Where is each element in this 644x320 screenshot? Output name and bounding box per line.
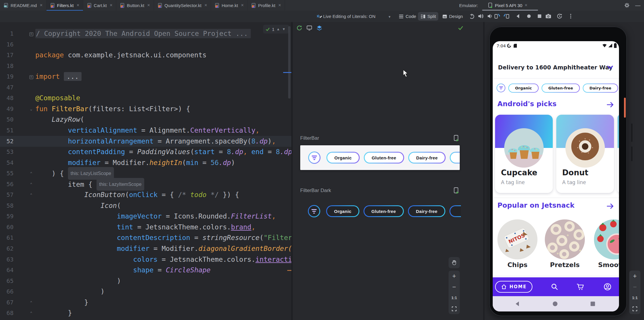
filter-chip-dairyfree[interactable]: Dairy-free xyxy=(408,152,446,164)
zoom-in-button[interactable]: + xyxy=(629,271,640,281)
smoothie-photo[interactable] xyxy=(594,219,619,259)
filter-chip-glutenfree[interactable]: Gluten-free xyxy=(364,152,404,164)
zoom-actual-button[interactable]: 1:1 xyxy=(449,292,460,303)
filterbar-preview-dark[interactable]: Organic Gluten-free Dairy-free xyxy=(300,204,461,219)
code-line-58[interactable]: 58 Icon( xyxy=(0,200,291,211)
chips-photo[interactable]: NITOS xyxy=(497,219,537,259)
snack-card-cupcake[interactable]: Cupcake A tag line xyxy=(495,115,553,193)
close-icon[interactable]: × xyxy=(525,3,527,8)
snapshot-restore-icon[interactable] xyxy=(556,13,563,19)
close-icon[interactable]: × xyxy=(40,3,42,8)
layers-icon[interactable] xyxy=(316,25,323,31)
zoom-in-button[interactable]: + xyxy=(449,271,460,281)
filter-chip-partial[interactable] xyxy=(450,152,460,164)
filter-list-icon[interactable] xyxy=(308,151,321,164)
profile-icon[interactable] xyxy=(603,283,612,291)
filter-chip-glutenfree[interactable]: Gluten-free xyxy=(542,84,580,93)
code-line-64[interactable]: 64 shape = CircleShape xyxy=(0,265,291,276)
filter-chip-dairyfree[interactable]: Dairy-free xyxy=(583,84,618,93)
back-icon[interactable] xyxy=(515,13,522,19)
fold-marker-icon[interactable]: ⌃ xyxy=(28,189,34,200)
close-icon[interactable]: × xyxy=(278,3,281,8)
editor-scrollbar[interactable] xyxy=(288,26,291,99)
pan-tool-button[interactable] xyxy=(449,257,460,268)
volume-down-icon[interactable] xyxy=(486,13,493,19)
run-preview-icon[interactable] xyxy=(453,135,459,142)
code-line-67[interactable]: 67⌃ } xyxy=(0,297,291,308)
filter-chip-partial[interactable] xyxy=(449,205,461,217)
code-line-50[interactable]: 50 LazyRow( xyxy=(0,114,291,125)
code-line-1[interactable]: 1+/ Copyright 2020 The Android Open Sour… xyxy=(0,28,291,39)
tab-filters[interactable]: Filters.kt × xyxy=(47,0,83,11)
tab-button[interactable]: Button.kt × xyxy=(116,0,154,11)
close-icon[interactable]: × xyxy=(147,3,150,8)
filter-chip-glutenfree[interactable]: Gluten-free xyxy=(364,205,404,217)
filter-chip-dairyfree[interactable]: Dairy-free xyxy=(408,205,445,217)
fold-marker-icon[interactable]: + xyxy=(28,28,34,39)
fold-marker-icon[interactable]: ⌃ xyxy=(28,308,34,319)
filter-list-icon[interactable] xyxy=(308,205,320,217)
device-screen[interactable]: 7:04 Delivery to 1600 Amphitheater Way O… xyxy=(493,41,619,311)
fold-marker-icon[interactable]: ⌄ xyxy=(28,104,34,114)
zoom-fit-button[interactable] xyxy=(449,303,460,314)
android-overview-button[interactable] xyxy=(590,301,596,307)
zoom-actual-button[interactable]: 1:1 xyxy=(629,292,640,303)
power-icon[interactable] xyxy=(469,13,475,19)
fold-marker-icon[interactable]: ⌃ xyxy=(28,179,34,190)
rotate-right-icon[interactable] xyxy=(503,13,510,19)
filter-chip-organic[interactable]: Organic xyxy=(326,205,359,217)
camera-icon[interactable] xyxy=(545,13,552,19)
code-line-49[interactable]: 49⌄fun FilterBar(filters: List<Filter>) … xyxy=(0,104,291,114)
app-filter-bar[interactable]: Organic Gluten-free Dairy-free xyxy=(497,82,619,94)
fold-marker-icon[interactable]: + xyxy=(28,71,34,82)
inspections-widget[interactable]: 1 ▲ ▼ xyxy=(263,25,289,34)
code-line-54[interactable]: 54 modifier = Modifier.heightIn(min = 56… xyxy=(0,157,291,168)
run-preview-icon[interactable] xyxy=(453,187,459,194)
tab-cart[interactable]: Cart.kt × xyxy=(83,0,117,11)
gear-icon[interactable] xyxy=(624,2,630,8)
code-line-48[interactable]: 48@Composable xyxy=(0,93,291,104)
close-icon[interactable]: × xyxy=(241,3,244,8)
code-line-65[interactable]: 65 ) xyxy=(0,276,291,286)
code-line-66[interactable]: 66 ) xyxy=(0,286,291,297)
close-icon[interactable]: × xyxy=(205,3,207,8)
mode-code-button[interactable]: Code xyxy=(396,12,419,21)
arrow-right-icon[interactable] xyxy=(606,101,614,109)
code-line-16[interactable]: 16 xyxy=(0,39,291,50)
code-line-53[interactable]: 53 contentPadding = PaddingValues(start … xyxy=(0,146,291,157)
chevron-down-icon[interactable] xyxy=(607,65,613,70)
mode-split-button[interactable]: Split xyxy=(418,12,438,21)
mode-design-button[interactable]: Design xyxy=(440,12,465,21)
fold-marker-icon[interactable]: ⌃ xyxy=(28,168,34,179)
ui-check-icon[interactable] xyxy=(306,25,313,31)
prev-issue-icon[interactable]: ▲ xyxy=(276,27,280,31)
tab-quantityselector[interactable]: QuantitySelector.kt × xyxy=(154,0,211,11)
search-icon[interactable] xyxy=(550,283,559,291)
minimize-icon[interactable]: — xyxy=(635,2,640,9)
filter-chip-organic[interactable]: Organic xyxy=(326,152,360,164)
emulator-device-tab[interactable]: Pixel 5 API 30 × xyxy=(486,0,529,11)
snack-card-donut[interactable]: Donut A tag line xyxy=(556,115,614,193)
snack-card-partial[interactable] xyxy=(618,115,619,193)
nav-home-button[interactable]: HOME xyxy=(495,281,532,293)
chevron-down-icon[interactable]: ▼ xyxy=(388,15,391,19)
code-line-19[interactable]: 19+import ... xyxy=(0,71,291,82)
filter-list-icon[interactable] xyxy=(497,84,505,92)
kebab-menu-icon[interactable] xyxy=(567,13,574,19)
code-line-56[interactable]: 56⌃ item { this: LazyItemScope xyxy=(0,179,291,190)
tab-readme[interactable]: MD README.md × xyxy=(0,0,47,11)
build-refresh-icon[interactable] xyxy=(296,25,303,31)
zoom-out-button[interactable]: − xyxy=(449,281,460,292)
close-icon[interactable]: × xyxy=(77,3,79,8)
code-line-68[interactable]: 68⌃ } xyxy=(0,308,291,319)
code-line-61[interactable]: 61 contentDescription = stringResource("… xyxy=(0,232,291,243)
home-icon[interactable] xyxy=(526,13,532,19)
tab-profile[interactable]: Profile.kt × xyxy=(248,0,285,11)
fold-marker-icon[interactable]: ⌃ xyxy=(28,297,34,308)
code-line-62[interactable]: 62 modifier = Modifier.diagonalGradientB… xyxy=(0,243,291,254)
close-icon[interactable]: × xyxy=(110,3,112,8)
next-issue-icon[interactable]: ▼ xyxy=(282,27,286,31)
code-line-57[interactable]: 57⌃ IconButton(onClick = { /* todo */ })… xyxy=(0,189,291,200)
zoom-fit-button[interactable] xyxy=(629,303,640,314)
tab-home[interactable]: Home.kt × xyxy=(211,0,248,11)
